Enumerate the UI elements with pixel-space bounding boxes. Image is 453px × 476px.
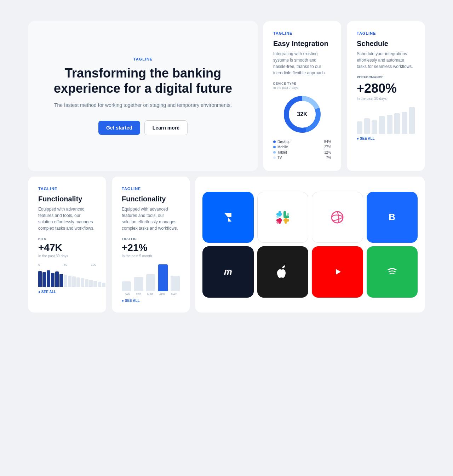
- schedule-tagline: TAGLINE: [357, 31, 415, 35]
- traffic-value: +21%: [122, 242, 180, 253]
- integration-desc: Integrating with existing systems is smo…: [273, 51, 331, 76]
- svg-rect-8: [276, 216, 279, 218]
- svg-rect-17: [276, 221, 279, 224]
- learn-more-button[interactable]: Learn more: [144, 120, 188, 135]
- svg-rect-16: [276, 219, 282, 222]
- traffic-bar-chart: [122, 263, 180, 291]
- spotify-icon[interactable]: [367, 246, 418, 298]
- svg-rect-14: [287, 213, 289, 216]
- hero-buttons: Get started Learn more: [98, 120, 188, 135]
- hits-bar-chart: [38, 269, 96, 287]
- donut-chart: 32K: [273, 93, 331, 136]
- schedule-title: Schedule: [357, 40, 415, 48]
- hero-title: Transforming the banking experience for …: [46, 65, 240, 96]
- func1-tagline: TAGLINE: [38, 187, 96, 191]
- hits-sub: In the past 30 days: [38, 254, 96, 258]
- hero-tagline: TAGLINE: [133, 57, 153, 61]
- legend-desktop: Desktop 54%: [273, 140, 331, 144]
- traffic-axis-labels: JAN FEB MAR APR MAY: [122, 293, 180, 296]
- get-started-button[interactable]: Get started: [98, 121, 140, 135]
- donut-legend: Desktop 54% Mobile 27% Tablet 12% TV 7%: [273, 140, 331, 160]
- legend-mobile: Mobile 27%: [273, 145, 331, 149]
- perf-sub: In the past 30 days: [357, 97, 415, 101]
- behance-icon[interactable]: B: [367, 192, 418, 243]
- svg-text:32K: 32K: [297, 111, 308, 117]
- see-all-hits[interactable]: ● SEE ALL: [38, 290, 96, 294]
- top-grid: TAGLINE Transforming the banking experie…: [28, 21, 425, 171]
- schedule-desc: Schedule your integrations effortlessly …: [357, 51, 415, 70]
- device-chart-label: DEVICE TYPE: [273, 82, 331, 85]
- hits-axis: 0 50 100: [38, 263, 96, 266]
- see-all-performance[interactable]: ● SEE ALL: [357, 137, 415, 140]
- func2-title: Functionality: [122, 195, 180, 203]
- func1-title: Functionality: [38, 195, 96, 203]
- performance-bar-chart: [357, 105, 415, 134]
- func1-desc: Equipped with advanced features and tool…: [38, 206, 96, 231]
- func2-tagline: TAGLINE: [122, 187, 180, 191]
- hero-subtitle: The fastest method for working together …: [54, 102, 232, 109]
- perf-label: PERFORMANCE: [357, 75, 415, 79]
- youtube-icon[interactable]: [312, 246, 363, 298]
- hits-label: HITS: [38, 237, 96, 241]
- dribbble-icon[interactable]: [312, 192, 363, 243]
- functionality1-card: TAGLINE Functionality Equipped with adva…: [28, 177, 106, 312]
- device-chart-section: DEVICE TYPE In the past 7 days 32K: [273, 82, 331, 160]
- apps-card: B m: [195, 177, 425, 312]
- see-all-traffic[interactable]: ● SEE ALL: [122, 299, 180, 303]
- svg-rect-13: [283, 216, 289, 218]
- schedule-card: TAGLINE Schedule Schedule your integrati…: [347, 21, 425, 171]
- easy-integration-card: TAGLINE Easy Integration Integrating wit…: [263, 21, 341, 171]
- svg-rect-7: [276, 213, 282, 216]
- monogram-icon[interactable]: m: [202, 246, 254, 298]
- traffic-label: TRAFFIC: [122, 237, 180, 241]
- framer-icon[interactable]: [202, 192, 254, 243]
- legend-tv: TV 7%: [273, 156, 331, 160]
- functionality2-card: TAGLINE Functionality Equipped with adva…: [112, 177, 190, 312]
- apps-grid: B m: [202, 192, 418, 298]
- bottom-grid: TAGLINE Functionality Equipped with adva…: [28, 177, 425, 312]
- integration-tagline: TAGLINE: [273, 31, 331, 35]
- integration-title: Easy Integration: [273, 40, 331, 48]
- svg-point-18: [332, 212, 343, 223]
- hits-value: +47K: [38, 242, 96, 253]
- func2-desc: Equipped with advanced features and tool…: [122, 206, 180, 231]
- slack-icon[interactable]: [257, 192, 309, 243]
- device-chart-sub: In the past 7 days: [273, 86, 331, 90]
- traffic-sub: In the past 5 month: [122, 254, 180, 258]
- legend-tablet: Tablet 12%: [273, 150, 331, 154]
- svg-rect-11: [287, 219, 289, 222]
- hero-card: TAGLINE Transforming the banking experie…: [28, 21, 258, 171]
- apple-icon[interactable]: [257, 246, 309, 298]
- perf-value: +280%: [357, 81, 415, 96]
